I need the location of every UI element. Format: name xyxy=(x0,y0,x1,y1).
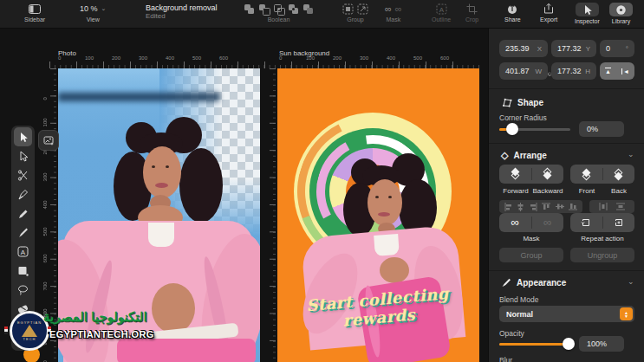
height-value: 177.32 xyxy=(557,67,582,75)
pen-tool[interactable] xyxy=(14,184,32,204)
direct-select-tool[interactable] xyxy=(14,146,32,165)
send-to-back-button[interactable] xyxy=(603,165,635,184)
lasso-tool[interactable] xyxy=(14,280,32,299)
width-unit: W xyxy=(535,68,542,75)
shape-section-title: Shape xyxy=(517,98,543,107)
select-tool[interactable] xyxy=(14,127,32,146)
height-unit: H xyxy=(585,68,590,75)
ungroup-icon[interactable] xyxy=(357,3,368,15)
svg-text:A: A xyxy=(439,5,444,13)
ruler-tick-label: 300 xyxy=(360,55,387,61)
auto-background-removal-button[interactable] xyxy=(38,130,59,151)
repeat-button[interactable] xyxy=(570,213,602,232)
scissors-tool[interactable] xyxy=(14,165,32,184)
align-bottom-icon[interactable] xyxy=(569,203,577,210)
library-toggle-button[interactable]: Library xyxy=(609,3,633,24)
crop-tool[interactable]: Crop xyxy=(465,3,478,23)
bring-to-front-button[interactable] xyxy=(570,165,602,184)
mask-button[interactable]: ∞ xyxy=(499,213,531,232)
y-position-field[interactable]: 177.32 Y xyxy=(551,40,596,57)
brush-tool[interactable] xyxy=(14,223,32,242)
align-left-icon[interactable] xyxy=(504,203,512,211)
width-field[interactable]: 401.87 W xyxy=(499,62,548,80)
arrange-section-title: Arrange xyxy=(513,151,546,160)
ruler-tick-label: 200 xyxy=(333,55,360,61)
corner-radius-value-field[interactable]: 0% xyxy=(579,121,624,137)
ruler-tick-label: 400 xyxy=(42,182,48,209)
boolean-tools-group: Boolean xyxy=(244,3,314,23)
document-status: Edited xyxy=(146,12,218,20)
bring-forward-button[interactable] xyxy=(499,165,531,184)
group-button[interactable]: Group xyxy=(499,248,563,262)
ruler-tick-label: 500 xyxy=(42,209,48,236)
group-icon[interactable] xyxy=(342,3,354,15)
ruler-tick-label: 600 xyxy=(440,55,467,61)
boolean-subtract-icon[interactable] xyxy=(258,3,270,15)
corner-radius-slider[interactable] xyxy=(499,123,570,135)
arrange-section-header[interactable]: ◇ Arrange xyxy=(501,150,547,161)
artboard-sun-background[interactable]: Start collecting rewards xyxy=(277,68,479,362)
flag-icon xyxy=(4,326,8,334)
boolean-exclude-icon[interactable] xyxy=(288,3,299,15)
mask-icon[interactable]: ∞ xyxy=(385,3,392,14)
x-value: 235.39 xyxy=(505,44,530,53)
ungroup-button[interactable]: Ungroup xyxy=(570,248,634,262)
inspector-toggle-button[interactable]: Inspector xyxy=(575,3,600,24)
front-icon xyxy=(581,169,591,179)
align-center-h-icon[interactable] xyxy=(517,203,524,211)
share-button[interactable]: Share xyxy=(504,3,521,23)
outline-tool[interactable]: A Outline xyxy=(432,3,451,23)
zoom-level-button[interactable]: 10 % ⌄ View xyxy=(80,3,106,23)
outline-label: Outline xyxy=(432,16,451,23)
height-field[interactable]: 177.32 H xyxy=(551,62,596,80)
ruler-tick-label: 200 xyxy=(112,55,139,61)
boolean-divide-icon[interactable] xyxy=(302,3,314,15)
align-right-icon[interactable] xyxy=(530,203,537,211)
shape-tool[interactable] xyxy=(14,261,32,280)
boolean-intersect-icon[interactable] xyxy=(273,3,284,15)
flip-controls: ▲ ◄ xyxy=(600,62,634,80)
unmask-icon[interactable]: ∞ xyxy=(395,3,402,14)
appearance-collapse-chevron-icon[interactable]: ⌄ xyxy=(628,277,634,286)
ruler-tick-label: 700 xyxy=(42,263,48,290)
arrange-collapse-chevron-icon[interactable]: ⌄ xyxy=(628,150,634,158)
svg-text:A: A xyxy=(21,248,26,255)
opacity-value-field[interactable]: 100% xyxy=(579,336,624,352)
blend-mode-stepper-icon[interactable]: ▲▼ xyxy=(620,307,633,320)
share-icon xyxy=(506,3,518,15)
sidebar-toggle-button[interactable]: Sidebar xyxy=(24,3,45,23)
align-middle-v-icon[interactable] xyxy=(556,203,564,210)
repeat-icon xyxy=(581,217,591,228)
front-label: Front xyxy=(579,187,595,195)
forward-backward-segment xyxy=(499,165,563,184)
ruler-tick-label: 1000 xyxy=(42,345,48,362)
flip-horizontal-icon[interactable]: ◄ xyxy=(621,68,629,74)
export-button[interactable]: Export xyxy=(540,3,557,23)
distribute-h-icon[interactable] xyxy=(599,203,608,210)
document-title-block[interactable]: Background removal Edited xyxy=(146,3,218,20)
shape-section-header[interactable]: Shape xyxy=(501,97,543,107)
ruler-tick-label: 600 xyxy=(42,236,48,262)
opacity-slider[interactable] xyxy=(499,338,570,350)
ruler-tick-label: 500 xyxy=(413,55,440,61)
blend-mode-select[interactable]: Normal ▲▼ xyxy=(499,306,634,322)
inspector-cursor-icon xyxy=(576,3,599,16)
unmask-button[interactable]: ∞ xyxy=(532,213,564,232)
align-top-icon[interactable] xyxy=(542,203,550,210)
crop-label: Crop xyxy=(465,16,478,23)
flip-vertical-icon[interactable]: ▲ xyxy=(605,68,611,75)
text-tool[interactable]: A xyxy=(14,242,32,261)
pencil-tool[interactable] xyxy=(14,204,32,223)
distribute-v-icon[interactable] xyxy=(616,203,625,210)
x-position-field[interactable]: 235.39 X xyxy=(499,40,548,57)
send-backward-button[interactable] xyxy=(532,165,564,184)
rotation-field[interactable]: 0 ° xyxy=(600,40,634,57)
ruler-tick-label: 400 xyxy=(387,55,413,61)
ruler-tick-label: 300 xyxy=(42,154,48,181)
mask-segment: ∞ ∞ xyxy=(499,213,563,232)
repeat-plus-button[interactable] xyxy=(603,213,635,232)
boolean-union-icon[interactable] xyxy=(244,3,255,15)
width-value: 401.87 xyxy=(505,67,530,75)
appearance-section-header[interactable]: Appearance xyxy=(501,277,566,288)
crop-icon xyxy=(466,3,478,15)
